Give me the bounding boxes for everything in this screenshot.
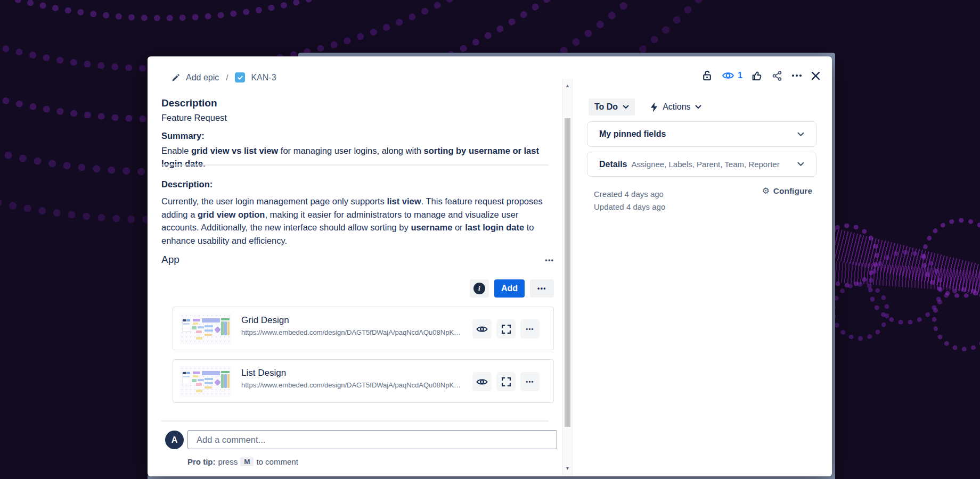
breadcrumb-issue-key[interactable]: KAN-3 — [251, 73, 276, 82]
attachment-more-button[interactable]: ••• — [520, 372, 540, 391]
attachment-thumbnail — [180, 313, 232, 344]
details-panel[interactable]: Details Assignee, Labels, Parent, Team, … — [587, 152, 816, 177]
expand-button[interactable] — [496, 372, 516, 391]
pinned-fields-label: My pinned fields — [599, 129, 666, 139]
pro-tip-suffix: to comment — [256, 457, 298, 466]
ellipsis-icon: ••• — [526, 378, 534, 385]
scroll-down-icon[interactable]: ▼ — [563, 466, 572, 471]
summary-heading: Summary: — [161, 131, 205, 141]
configure-button[interactable]: ⚙ Configure — [762, 186, 812, 196]
pro-tip-press: press — [218, 457, 238, 466]
add-button[interactable]: Add — [494, 279, 525, 298]
actions-dropdown[interactable]: Actions — [650, 102, 701, 112]
attachment-more-button[interactable]: ••• — [520, 319, 540, 338]
info-button[interactable]: i — [470, 279, 489, 298]
configure-label: Configure — [773, 186, 812, 196]
breadcrumb-separator: / — [225, 73, 229, 82]
issue-sidebar: To Do Actions My pinned fields Details A… — [578, 56, 832, 476]
breadcrumb-add-epic[interactable]: Add epic — [186, 73, 219, 82]
description-title: Description — [161, 97, 217, 109]
attachment-actions: ••• — [472, 372, 540, 391]
issue-meta: Created 4 days ago Updated 4 days ago — [594, 188, 665, 213]
attachment-actions: ••• — [472, 319, 540, 338]
info-icon: i — [473, 283, 485, 294]
pro-tip: Pro tip: press M to comment — [187, 457, 298, 466]
attachment-thumbnail — [180, 366, 232, 397]
attachment-card[interactable]: List Design https://www.embeded.com/desi… — [173, 359, 554, 403]
task-type-icon[interactable] — [235, 72, 245, 82]
description-paragraph: Currently, the user login management pag… — [161, 195, 556, 247]
divider — [161, 164, 549, 166]
preview-eye-button[interactable] — [472, 319, 492, 338]
gear-icon: ⚙ — [762, 187, 769, 195]
keyboard-key-m: M — [240, 457, 254, 466]
app-section-header: App ••• — [161, 254, 554, 266]
comment-input[interactable] — [187, 430, 557, 449]
status-row: To Do Actions — [589, 98, 701, 115]
edit-pencil-icon[interactable] — [172, 73, 180, 82]
issue-modal: Add epic / KAN-3 1 Description Feature R… — [148, 56, 832, 476]
preview-eye-button[interactable] — [472, 372, 492, 391]
lightning-icon — [650, 102, 658, 112]
attachment-card[interactable]: Grid Design https://www.embeded.com/desi… — [173, 307, 554, 350]
chevron-down-icon — [797, 162, 804, 167]
breadcrumb: Add epic / KAN-3 — [172, 72, 276, 82]
scrollbar[interactable]: ▲ ▼ — [562, 79, 573, 475]
divider — [161, 420, 549, 422]
details-label: Details — [599, 160, 627, 169]
attachment-title[interactable]: List Design — [241, 368, 286, 378]
status-label: To Do — [594, 102, 618, 112]
status-dropdown[interactable]: To Do — [589, 98, 635, 115]
chevron-down-icon — [623, 105, 629, 109]
chevron-down-icon — [695, 105, 701, 109]
description-subtitle: Feature Request — [161, 113, 227, 123]
actions-label: Actions — [663, 102, 690, 112]
pro-tip-label: Pro tip: — [187, 457, 216, 466]
scrollbar-thumb[interactable] — [565, 118, 570, 427]
scroll-up-icon[interactable]: ▲ — [563, 83, 572, 88]
created-timestamp: Created 4 days ago — [594, 188, 665, 201]
app-section-more-icon[interactable]: ••• — [545, 256, 554, 264]
expand-button[interactable] — [496, 319, 516, 338]
ellipsis-icon: ••• — [526, 326, 534, 332]
updated-timestamp: Updated 4 days ago — [594, 201, 665, 213]
attachment-title[interactable]: Grid Design — [241, 315, 289, 326]
attachment-url: https://www.embeded.com/design/DAGT5fDWa… — [241, 381, 465, 389]
app-more-button[interactable]: ••• — [530, 279, 554, 298]
attachment-url: https://www.embeded.com/design/DAGT5fDWa… — [241, 328, 465, 336]
chevron-down-icon — [797, 132, 804, 137]
app-section-title: App — [161, 254, 179, 266]
details-fields-summary: Assignee, Labels, Parent, Team, Reporter — [631, 160, 779, 169]
user-avatar[interactable]: A — [165, 431, 184, 449]
description-section-heading: Description: — [161, 179, 213, 189]
app-toolbar: i Add ••• — [161, 279, 554, 298]
summary-text: Enable grid view vs list view for managi… — [161, 144, 554, 170]
pinned-fields-panel[interactable]: My pinned fields — [587, 121, 816, 147]
